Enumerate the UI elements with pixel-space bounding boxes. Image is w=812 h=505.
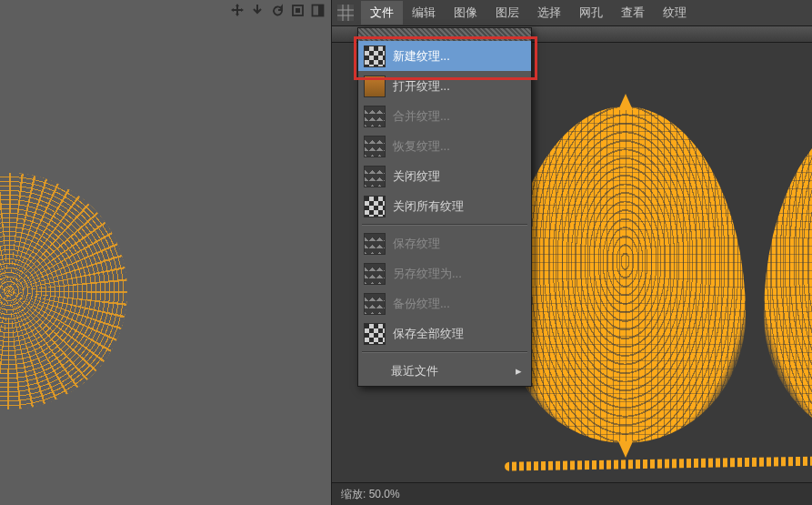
menu-texture[interactable]: 纹理 xyxy=(654,1,696,25)
svg-rect-4 xyxy=(337,5,354,21)
menu-item-close-texture[interactable]: 关闭纹理 xyxy=(358,161,531,191)
menu-item-label: 另存纹理为... xyxy=(393,266,462,282)
menu-item-label: 关闭所有纹理 xyxy=(393,198,464,215)
reset-icon[interactable] xyxy=(269,2,286,18)
status-bar: 缩放: 50.0% xyxy=(332,482,812,505)
menu-item-label: 备份纹理... xyxy=(393,296,450,312)
down-arrow-icon[interactable] xyxy=(249,2,266,18)
menu-item-close-all-textures[interactable]: 关闭所有纹理 xyxy=(358,191,531,221)
zoom-value: 50.0% xyxy=(369,488,400,500)
backup-texture-icon xyxy=(364,293,386,315)
uv-island-1-tip-top xyxy=(618,94,633,110)
uv-island-2 xyxy=(764,106,812,443)
dropdown-separator xyxy=(362,351,527,353)
menu-item-backup-texture: 备份纹理... xyxy=(358,288,531,318)
menu-item-open-texture[interactable]: 打开纹理... xyxy=(358,71,531,101)
viewport-panel xyxy=(0,0,332,505)
menu-edit[interactable]: 编辑 xyxy=(403,1,445,25)
uv-island-1 xyxy=(505,106,746,443)
menu-item-label: 保存纹理 xyxy=(393,236,440,252)
menu-item-save-all-textures[interactable]: 保存全部纹理 xyxy=(358,318,531,348)
menu-item-label: 打开纹理... xyxy=(393,78,450,95)
menubar: 文件 编辑 图像 图层 选择 网孔 查看 纹理 xyxy=(332,0,812,26)
open-texture-icon xyxy=(364,76,386,97)
panel-icon[interactable] xyxy=(309,2,326,18)
save-texture-as-icon xyxy=(364,263,386,285)
close-all-textures-icon xyxy=(364,196,386,217)
menu-item-new-texture[interactable]: 新建纹理... xyxy=(358,41,531,71)
menu-item-label: 合并纹理... xyxy=(393,108,450,125)
frame-icon[interactable] xyxy=(289,2,306,18)
menu-item-save-texture-as: 另存纹理为... xyxy=(358,258,531,288)
file-dropdown: 新建纹理... 打开纹理... 合并纹理... 恢复纹理... 关闭纹理 关闭所… xyxy=(357,27,532,387)
menu-item-label: 最近文件 xyxy=(391,363,438,379)
menu-item-recent-files[interactable]: 最近文件 ▸ xyxy=(358,356,531,386)
close-texture-icon xyxy=(364,166,386,187)
uv-island-1-tip-bottom xyxy=(618,441,633,458)
svg-rect-1 xyxy=(296,8,300,13)
menu-file[interactable]: 文件 xyxy=(361,1,403,25)
move-icon[interactable] xyxy=(229,2,246,18)
texture-grid-icon[interactable] xyxy=(336,4,356,22)
menu-item-merge-texture: 合并纹理... xyxy=(358,101,531,131)
menu-image[interactable]: 图像 xyxy=(445,1,486,25)
viewport-toolbar xyxy=(229,2,326,18)
zoom-label: 缩放: xyxy=(341,487,366,502)
menu-item-save-texture: 保存纹理 xyxy=(358,228,531,258)
viewport-mesh-preview xyxy=(0,173,127,409)
new-texture-icon xyxy=(364,45,386,67)
dropdown-grip[interactable] xyxy=(358,28,531,41)
menu-item-label: 恢复纹理... xyxy=(393,138,450,155)
dropdown-separator xyxy=(362,224,527,226)
menu-item-label: 保存全部纹理 xyxy=(393,326,464,342)
menu-item-label: 关闭纹理 xyxy=(393,168,440,185)
menu-view[interactable]: 查看 xyxy=(612,1,654,25)
svg-rect-3 xyxy=(318,5,324,15)
menu-layer[interactable]: 图层 xyxy=(486,1,528,25)
chevron-right-icon: ▸ xyxy=(516,364,522,378)
menu-select[interactable]: 选择 xyxy=(528,1,570,25)
menu-mesh[interactable]: 网孔 xyxy=(570,1,612,25)
save-all-textures-icon xyxy=(364,323,386,345)
menu-item-label: 新建纹理... xyxy=(393,48,450,65)
save-texture-icon xyxy=(364,233,386,255)
merge-texture-icon xyxy=(364,106,386,127)
menu-item-restore-texture: 恢复纹理... xyxy=(358,131,531,161)
restore-texture-icon xyxy=(364,136,386,157)
uv-seam-strip-1 xyxy=(505,453,812,470)
